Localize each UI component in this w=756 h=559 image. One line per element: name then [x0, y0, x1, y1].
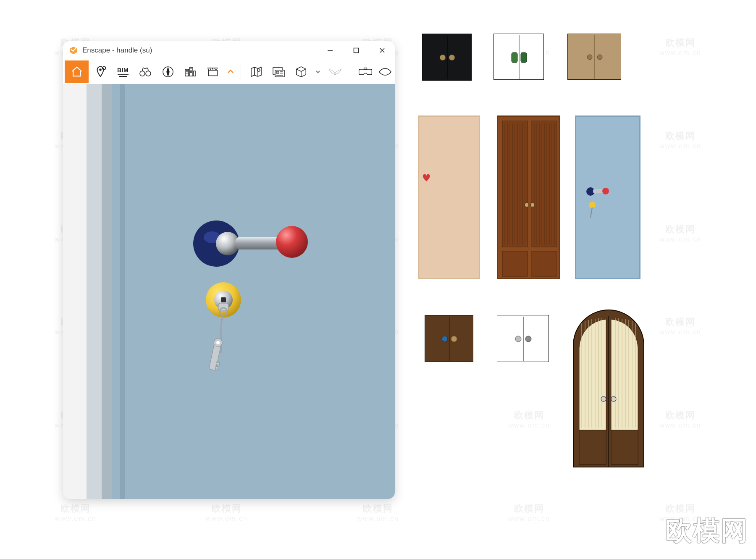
svg-rect-47: [216, 362, 220, 365]
svg-point-90: [442, 336, 448, 342]
home-button[interactable]: [65, 60, 89, 83]
image-manager-button[interactable]: [268, 60, 290, 83]
maximize-button[interactable]: [349, 43, 364, 58]
svg-point-53: [449, 55, 455, 60]
svg-point-91: [451, 336, 457, 342]
svg-rect-13: [194, 71, 195, 76]
bim-button[interactable]: BIM: [112, 60, 134, 83]
chevron-down-button[interactable]: [225, 60, 237, 83]
close-button[interactable]: [375, 43, 390, 58]
thumb-cabinet-black[interactable]: [422, 34, 472, 81]
wall-strip: [63, 84, 87, 499]
toolbar-separator: [241, 64, 241, 80]
svg-point-40: [276, 226, 308, 258]
clapperboard-button[interactable]: [202, 60, 224, 83]
svg-point-34: [334, 73, 336, 75]
svg-line-88: [591, 207, 592, 218]
enscape-logo-icon: [69, 46, 78, 55]
door-edge: [120, 84, 125, 499]
svg-rect-46: [209, 344, 221, 370]
svg-line-22: [210, 68, 211, 71]
svg-rect-63: [532, 251, 557, 276]
door-handle: [189, 210, 315, 283]
wall-strip: [87, 84, 102, 499]
svg-rect-56: [521, 52, 527, 63]
thumb-cabinet-white2[interactable]: [497, 315, 549, 362]
svg-rect-21: [209, 70, 218, 76]
buildings-button[interactable]: [180, 60, 202, 83]
map-button[interactable]: [245, 60, 267, 83]
window-title: Enscape - handle (su): [82, 46, 152, 55]
svg-marker-10: [167, 68, 169, 76]
svg-point-27: [257, 69, 260, 71]
svg-rect-35: [364, 68, 367, 69]
svg-rect-55: [512, 52, 517, 63]
svg-point-52: [440, 55, 446, 60]
thumb-door-peach[interactable]: [418, 115, 480, 279]
svg-point-83: [530, 203, 535, 207]
svg-rect-97: [611, 430, 638, 465]
svg-line-24: [215, 68, 216, 71]
svg-point-86: [602, 188, 609, 194]
svg-rect-48: [215, 366, 218, 369]
door-frame: [102, 84, 112, 499]
minimize-button[interactable]: [323, 43, 338, 58]
thumb-door-arched[interactable]: [570, 298, 647, 470]
svg-point-82: [525, 203, 529, 207]
vr-headset-button[interactable]: [354, 60, 376, 83]
cube-dropdown-icon[interactable]: [313, 60, 323, 83]
wings-button[interactable]: [324, 60, 346, 83]
thumb-cabinet-darkwood[interactable]: [425, 315, 473, 362]
toolbar: BIM: [63, 60, 395, 84]
cube-button[interactable]: [290, 60, 312, 83]
eye-button[interactable]: [377, 60, 393, 83]
thumb-cabinet-tan[interactable]: [567, 34, 621, 80]
svg-point-7: [140, 71, 145, 76]
render-viewport[interactable]: [63, 84, 395, 499]
titlebar: Enscape - handle (su): [63, 41, 395, 60]
toolbar-separator: [350, 64, 350, 80]
svg-point-58: [587, 55, 592, 60]
svg-rect-43: [221, 297, 226, 302]
thumb-door-wood-double[interactable]: [497, 115, 560, 279]
svg-point-93: [515, 336, 521, 342]
svg-point-94: [525, 336, 531, 342]
svg-point-87: [589, 202, 596, 208]
thumb-door-blue[interactable]: [575, 115, 640, 279]
bim-label: BIM: [117, 67, 129, 73]
svg-point-112: [601, 396, 606, 402]
compass-button[interactable]: [157, 60, 179, 83]
svg-rect-62: [502, 251, 528, 276]
svg-point-8: [146, 71, 151, 76]
thumb-cabinet-white[interactable]: [494, 34, 544, 80]
svg-rect-30: [276, 71, 279, 73]
svg-point-59: [597, 55, 602, 60]
svg-rect-2: [354, 48, 359, 53]
binoculars-button[interactable]: [134, 60, 156, 83]
enscape-window: Enscape - handle (su): [63, 41, 395, 499]
brand-logo-text: 欧模网: [665, 512, 748, 549]
svg-point-5: [100, 69, 101, 71]
svg-line-23: [212, 68, 213, 71]
map-pin-button[interactable]: [89, 60, 111, 83]
svg-rect-96: [579, 430, 606, 465]
svg-point-113: [611, 396, 616, 402]
keyhole-with-key: [202, 281, 269, 384]
